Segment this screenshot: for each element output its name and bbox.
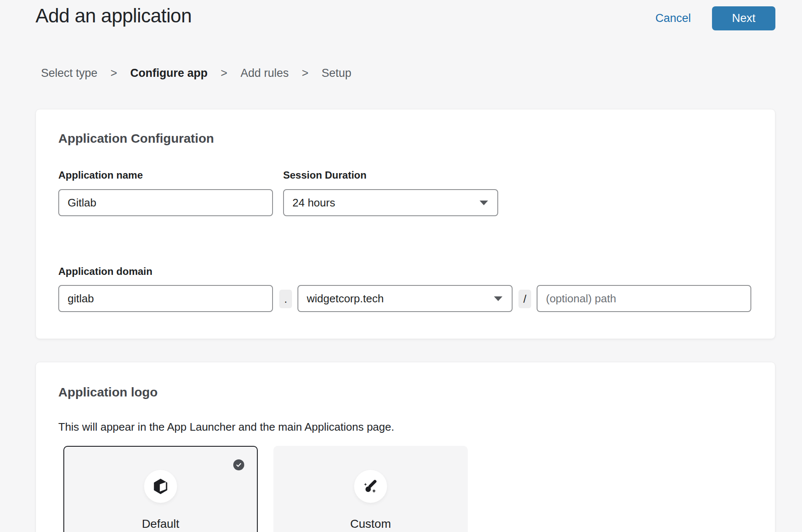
domain-select[interactable]: widgetcorp.tech — [297, 285, 513, 312]
session-duration-value: 24 hours — [292, 196, 335, 209]
paintbrush-icon — [361, 477, 380, 496]
breadcrumb-separator: > — [302, 67, 308, 80]
check-icon — [235, 461, 242, 468]
application-logo-card: Application logo This will appear in the… — [35, 362, 775, 532]
application-logo-heading: Application logo — [58, 385, 158, 399]
application-name-label: Application name — [58, 169, 143, 181]
session-duration-label: Session Duration — [283, 169, 366, 181]
default-logo-circle — [144, 470, 177, 503]
logo-option-default[interactable]: Default — [63, 446, 258, 532]
header-actions: Cancel Next — [655, 6, 775, 30]
breadcrumb: Select type > Configure app > Add rules … — [41, 67, 352, 80]
step-setup: Setup — [322, 67, 352, 80]
subdomain-input[interactable] — [58, 285, 273, 312]
domain-select-value: widgetcorp.tech — [307, 292, 384, 305]
chevron-down-icon — [494, 296, 502, 301]
breadcrumb-separator: > — [221, 67, 227, 80]
application-configuration-card: Application Configuration Application na… — [35, 109, 775, 339]
application-name-input[interactable] — [58, 189, 273, 216]
step-select-type: Select type — [41, 67, 98, 80]
custom-logo-circle — [354, 470, 387, 503]
step-add-rules: Add rules — [240, 67, 289, 80]
chevron-down-icon — [480, 201, 488, 205]
application-domain-label: Application domain — [58, 266, 153, 277]
selected-check-badge — [233, 459, 244, 470]
logo-option-default-label: Default — [64, 517, 257, 531]
dot-separator: . — [279, 290, 292, 308]
page-title: Add an application — [35, 4, 192, 27]
next-button[interactable]: Next — [712, 6, 775, 30]
breadcrumb-separator: > — [111, 67, 117, 80]
session-duration-select[interactable]: 24 hours — [283, 189, 498, 216]
step-configure-app: Configure app — [130, 67, 207, 80]
cancel-button[interactable]: Cancel — [655, 12, 691, 25]
slash-separator: / — [518, 290, 531, 308]
application-logo-description: This will appear in the App Launcher and… — [58, 421, 394, 434]
logo-option-custom[interactable]: Custom — [273, 446, 468, 532]
application-configuration-heading: Application Configuration — [58, 131, 214, 146]
path-input[interactable] — [537, 285, 751, 312]
logo-option-custom-label: Custom — [274, 517, 467, 531]
cube-icon — [152, 477, 169, 496]
